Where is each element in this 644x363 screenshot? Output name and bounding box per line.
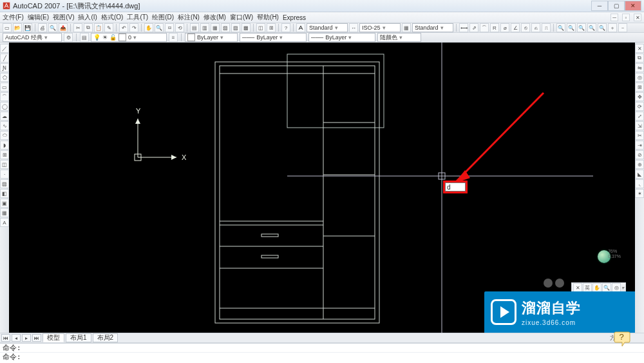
dim-diam-icon[interactable]: ⌀ bbox=[500, 23, 509, 32]
calc-icon[interactable]: ▩ bbox=[242, 23, 251, 32]
ws-settings-icon[interactable]: ⚙ bbox=[64, 33, 73, 42]
zoom-out-icon[interactable]: － bbox=[618, 23, 627, 32]
erase-tool-icon[interactable]: ✕ bbox=[635, 44, 644, 53]
menu-express[interactable]: Express bbox=[283, 14, 306, 21]
explode-tool-icon[interactable]: ✶ bbox=[635, 189, 644, 198]
tab-scroll-prev-icon[interactable]: ◂ bbox=[12, 334, 21, 342]
menu-window[interactable]: 窗口(W) bbox=[230, 13, 253, 22]
tab-scroll-next-icon[interactable]: ▸ bbox=[22, 334, 31, 342]
menu-view[interactable]: 视图(V) bbox=[53, 13, 74, 22]
dim-linear-icon[interactable]: ⟷ bbox=[459, 23, 468, 32]
tablestyle-icon[interactable]: ▦ bbox=[402, 23, 411, 32]
stretch-tool-icon[interactable]: ⇲ bbox=[635, 121, 644, 130]
lineweight-combo[interactable]: ───ByLayer▾ bbox=[308, 33, 375, 42]
zoomwin-icon[interactable]: ⧈ bbox=[165, 23, 174, 32]
layer-props-icon[interactable]: ▤ bbox=[80, 33, 89, 42]
ellarc-tool-icon[interactable]: ◗ bbox=[0, 141, 9, 150]
move-tool-icon[interactable]: ✥ bbox=[635, 92, 644, 101]
zoom-dyn-icon[interactable]: 🔍 bbox=[577, 23, 586, 32]
menu-edit[interactable]: 编辑(E) bbox=[28, 13, 49, 22]
xline-tool-icon[interactable]: ╱ bbox=[0, 54, 9, 63]
plotstyle-combo[interactable]: 随颜色▾ bbox=[377, 33, 421, 42]
new-icon[interactable]: ▭ bbox=[3, 23, 12, 32]
tab-layout2[interactable]: 布局2 bbox=[93, 333, 118, 342]
table-tool-icon[interactable]: ▦ bbox=[0, 208, 9, 217]
zoomprev-icon[interactable]: ⟲ bbox=[175, 23, 184, 32]
menu-dim[interactable]: 标注(N) bbox=[178, 13, 200, 22]
array-tool-icon[interactable]: ⊞ bbox=[635, 83, 644, 92]
line-tool-icon[interactable]: ／ bbox=[0, 44, 9, 53]
preview-icon[interactable]: 🔍 bbox=[48, 23, 57, 32]
layer-combo[interactable]: 💡 ☀ 🔓 0▾ bbox=[91, 33, 167, 42]
dcenter-icon[interactable]: ▥ bbox=[200, 23, 209, 32]
comm-center-widget[interactable]: 76%0.37% bbox=[595, 246, 620, 271]
linetype-combo[interactable]: ───ByLayer▾ bbox=[240, 33, 307, 42]
pan-icon[interactable]: ✋ bbox=[144, 23, 153, 32]
insertblk-tool-icon[interactable]: ⊞ bbox=[0, 150, 9, 159]
dim-base-icon[interactable]: ⎌ bbox=[531, 23, 540, 32]
cut-icon[interactable]: ✂ bbox=[73, 23, 82, 32]
polygon-tool-icon[interactable]: ⬠ bbox=[0, 73, 9, 82]
tablestyle-combo[interactable]: Standard▾ bbox=[412, 23, 453, 32]
spline-tool-icon[interactable]: ∿ bbox=[0, 121, 9, 130]
dim-arc-icon[interactable]: ⌒ bbox=[480, 23, 489, 32]
rotate-tool-icon[interactable]: ⟳ bbox=[635, 102, 644, 111]
join-tool-icon[interactable]: ⊕ bbox=[635, 160, 644, 169]
zoom-win-icon[interactable]: 🔍 bbox=[567, 23, 576, 32]
tab-scroll-last-icon[interactable]: ⏭ bbox=[32, 334, 41, 342]
dim-aligned-icon[interactable]: ⇗ bbox=[469, 23, 478, 32]
menu-draw[interactable]: 绘图(D) bbox=[152, 13, 174, 22]
toolpal-icon[interactable]: ▦ bbox=[211, 23, 220, 32]
match-icon[interactable]: ✎ bbox=[104, 23, 113, 32]
tab-scroll-first-icon[interactable]: ⏮ bbox=[1, 334, 10, 342]
arc-tool-icon[interactable]: ⌒ bbox=[0, 92, 9, 101]
nav-wheel-icon[interactable]: ◎ bbox=[612, 283, 621, 292]
workspace-combo[interactable]: AutoCAD 经典▾ bbox=[3, 33, 62, 42]
scale-tool-icon[interactable]: ⤢ bbox=[635, 112, 644, 121]
redo-icon[interactable]: ↷ bbox=[129, 23, 138, 32]
dynamic-input-box[interactable]: d bbox=[445, 182, 466, 191]
textstyle-icon[interactable] bbox=[296, 23, 305, 32]
nav-zoom-icon[interactable]: 🔍 bbox=[602, 283, 611, 292]
dim-ang-icon[interactable]: ∠ bbox=[511, 23, 520, 32]
zoomrt-icon[interactable]: 🔍 bbox=[155, 23, 164, 32]
nav-orbit-icon[interactable]: 英 bbox=[583, 283, 592, 292]
zoom-ctr-icon[interactable]: 🔍 bbox=[598, 23, 607, 32]
menu-insert[interactable]: 插入(I) bbox=[78, 13, 97, 22]
extend-tool-icon[interactable]: ⇥ bbox=[635, 141, 644, 150]
model-space-viewport[interactable]: X Y bbox=[9, 43, 635, 333]
save-icon[interactable]: 💾 bbox=[23, 23, 32, 32]
rect-tool-icon[interactable]: ▭ bbox=[0, 83, 9, 92]
menu-format[interactable]: 格式(O) bbox=[101, 13, 123, 22]
doc-close-button[interactable]: ✕ bbox=[634, 14, 641, 21]
layer-prev-icon[interactable]: ≡ bbox=[169, 33, 178, 42]
mirror-tool-icon[interactable]: ⇋ bbox=[635, 63, 644, 72]
ellipse-tool-icon[interactable]: ⬭ bbox=[0, 131, 9, 140]
drawing-canvas[interactable]: X Y bbox=[9, 43, 635, 333]
copy-tool-icon[interactable]: ⧉ bbox=[635, 54, 644, 63]
markup-icon[interactable]: ▨ bbox=[231, 23, 240, 32]
menu-file[interactable]: 文件(F) bbox=[3, 13, 24, 22]
nav-pan-icon[interactable]: ✋ bbox=[592, 283, 601, 292]
fillet-tool-icon[interactable]: ◟ bbox=[635, 179, 644, 188]
doc-restore-button[interactable]: ▫ bbox=[622, 14, 630, 21]
color-combo[interactable]: ByLayer▾ bbox=[185, 33, 238, 42]
gradient-tool-icon[interactable]: ◧ bbox=[0, 189, 9, 198]
chamfer-tool-icon[interactable]: ◣ bbox=[635, 170, 644, 179]
dim-cont-icon[interactable]: ⎍ bbox=[542, 23, 551, 32]
tab-layout1[interactable]: 布局1 bbox=[66, 333, 91, 342]
block-icon[interactable]: ◫ bbox=[256, 23, 265, 32]
dim-qk-icon[interactable]: ⎋ bbox=[521, 23, 530, 32]
trim-tool-icon[interactable]: ✂ bbox=[635, 131, 644, 140]
revcloud-tool-icon[interactable]: ☁ bbox=[0, 112, 9, 121]
nav-cancel-icon[interactable]: ✕ bbox=[573, 283, 582, 292]
menu-help[interactable]: 帮助(H) bbox=[257, 13, 279, 22]
point-tool-icon[interactable]: · bbox=[0, 170, 9, 179]
zoom-in-icon[interactable]: ＋ bbox=[608, 23, 617, 32]
command-line-2[interactable]: 命令: bbox=[0, 353, 644, 361]
region-tool-icon[interactable]: ▣ bbox=[0, 199, 9, 208]
hatch-tool-icon[interactable]: ▨ bbox=[0, 179, 9, 188]
props-icon[interactable]: ▤ bbox=[190, 23, 199, 32]
plot-icon[interactable]: 🖨 bbox=[38, 23, 47, 32]
dimstyle-combo[interactable]: ISO-25▾ bbox=[359, 23, 401, 32]
